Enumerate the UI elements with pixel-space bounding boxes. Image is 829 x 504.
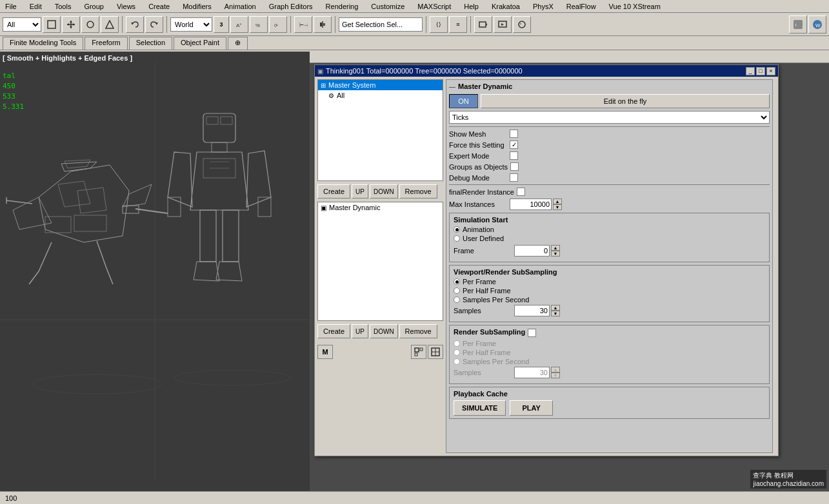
curve-editor-btn[interactable]: ⟨⟩ <box>430 16 448 33</box>
menu-edit[interactable]: Edit <box>27 3 45 10</box>
menu-modifiers[interactable]: Modifiers <box>180 3 214 10</box>
samples-up[interactable]: ▲ <box>551 305 560 311</box>
menu-help[interactable]: Help <box>461 3 481 10</box>
frame-down[interactable]: ▼ <box>551 251 560 257</box>
align-btn[interactable] <box>314 16 332 33</box>
menu-tools[interactable]: Tools <box>52 3 74 10</box>
remove-btn-1[interactable]: Remove <box>399 184 437 199</box>
extras-btn-1[interactable]: i <box>789 15 807 34</box>
move-btn[interactable] <box>62 16 80 33</box>
extras-btn-2[interactable]: W <box>808 15 826 34</box>
edit-on-fly-button[interactable]: Edit on the fly <box>481 94 770 108</box>
frame-input[interactable] <box>514 245 550 257</box>
menu-animation[interactable]: Animation <box>222 3 259 10</box>
tab-freeform[interactable]: Freeform <box>85 37 128 50</box>
per-frame-radio[interactable] <box>454 278 460 285</box>
render-sub-enable-checkbox[interactable] <box>528 329 536 337</box>
debug-mode-checkbox[interactable] <box>510 173 518 182</box>
samples-2-down: ▼ <box>551 373 560 378</box>
max-instances-down[interactable]: ▼ <box>553 204 562 210</box>
svg-text:A°: A° <box>236 23 242 28</box>
dialog-close-btn[interactable]: × <box>766 67 775 75</box>
menu-file[interactable]: File <box>3 3 19 10</box>
tab-add[interactable]: ⊕ <box>228 37 248 50</box>
select-btn[interactable] <box>43 16 61 33</box>
render-btn[interactable] <box>494 16 512 33</box>
redo-btn[interactable] <box>145 16 163 33</box>
show-mesh-checkbox[interactable] <box>510 130 518 138</box>
svg-marker-53 <box>246 151 271 207</box>
tab-finite-modeling[interactable]: Finite Modeling Tools <box>3 37 83 50</box>
render-setup-btn[interactable] <box>474 16 492 33</box>
menu-vue[interactable]: Vue 10 XStream <box>606 3 663 10</box>
max-instances-input[interactable] <box>510 199 552 210</box>
percent-snap-btn[interactable]: % <box>250 16 268 33</box>
down-btn-2[interactable]: DOWN <box>370 324 398 338</box>
menu-maxscript[interactable]: MAXScript <box>415 3 454 10</box>
svg-rect-0 <box>48 21 55 28</box>
m-button[interactable]: M <box>317 345 333 359</box>
frame-spinner: ▲ ▼ <box>514 245 560 257</box>
master-system-tree: ⊞ Master System ⚙ All <box>317 79 443 181</box>
per-half-frame-radio[interactable] <box>454 287 460 294</box>
samples-input[interactable] <box>514 305 550 316</box>
frame-up[interactable]: ▲ <box>551 245 560 251</box>
tree-master-system[interactable]: ⊞ Master System <box>318 80 443 90</box>
mat-editor-btn[interactable] <box>513 16 531 33</box>
animation-radio[interactable] <box>454 226 460 233</box>
max-instances-up[interactable]: ▲ <box>553 199 562 204</box>
menu-group[interactable]: Group <box>81 3 106 10</box>
simulate-button[interactable]: SIMULATE <box>454 400 506 416</box>
selection-filter-dropdown[interactable]: All <box>3 17 41 32</box>
mirror-btn[interactable]: ⊢⊣ <box>294 16 312 33</box>
down-btn-1[interactable]: DOWN <box>370 184 398 199</box>
angle-snap-btn[interactable]: A° <box>230 16 248 33</box>
menu-graph-editors[interactable]: Graph Editors <box>266 3 315 10</box>
tree-master-dynamic[interactable]: ▣ Master Dynamic <box>318 202 443 213</box>
spinner-snap-btn[interactable]: ⟳ <box>269 16 287 33</box>
tab-object-paint[interactable]: Object Paint <box>174 37 226 50</box>
svg-line-59 <box>135 209 168 213</box>
menu-customize[interactable]: Customize <box>368 3 407 10</box>
dope-sheet-btn[interactable]: ≡ <box>449 16 467 33</box>
snap-3d-btn[interactable]: 3 <box>214 16 229 33</box>
undo-btn[interactable] <box>126 16 144 33</box>
dialog-maximize-btn[interactable]: □ <box>756 67 765 75</box>
icon-btn-1[interactable] <box>411 345 426 359</box>
play-button[interactable]: PLAY <box>510 400 552 416</box>
master-dynamic-icon: ▣ <box>321 204 326 211</box>
coord-z: 5.331 <box>3 102 24 112</box>
selection-input[interactable]: Get Selection Sel... <box>339 17 423 32</box>
scale-btn[interactable] <box>101 16 119 33</box>
per-half-frame-2-label: Per Half Frame <box>463 349 511 356</box>
samples-per-sec-radio[interactable] <box>454 296 460 303</box>
ticks-dropdown[interactable]: Ticks <box>449 111 770 124</box>
expert-mode-checkbox[interactable] <box>510 151 518 160</box>
menu-create[interactable]: Create <box>146 3 172 10</box>
svg-rect-63 <box>415 348 419 352</box>
menu-krakatoa[interactable]: Krakatoa <box>489 3 523 10</box>
force-setting-checkbox[interactable] <box>510 141 518 149</box>
create-btn-1[interactable]: Create <box>317 184 350 199</box>
dialog-minimize-btn[interactable]: _ <box>746 67 755 75</box>
create-btn-2[interactable]: Create <box>317 324 350 338</box>
menu-physx[interactable]: PhysX <box>530 3 556 10</box>
menu-rendering[interactable]: Rendering <box>323 3 361 10</box>
up-btn-2[interactable]: UP <box>352 324 368 338</box>
tab-selection[interactable]: Selection <box>129 37 172 50</box>
rotate-btn[interactable] <box>81 16 99 33</box>
menu-realflow[interactable]: RealFlow <box>564 3 599 10</box>
final-render-checkbox[interactable] <box>517 188 525 196</box>
remove-btn-2[interactable]: Remove <box>399 324 437 338</box>
reference-coord-dropdown[interactable]: World <box>170 17 212 32</box>
menu-views[interactable]: Views <box>114 3 138 10</box>
up-btn-1[interactable]: UP <box>352 184 368 199</box>
icon-btn-2[interactable] <box>428 345 443 359</box>
on-button[interactable]: ON <box>449 94 478 108</box>
user-defined-radio[interactable] <box>454 235 460 242</box>
samples-2-up: ▲ <box>551 367 560 373</box>
dialog-left-panel: ⊞ Master System ⚙ All Create UP DOWN Rem… <box>317 79 443 453</box>
samples-down[interactable]: ▼ <box>551 311 560 316</box>
tree-all-item[interactable]: ⚙ All <box>318 90 443 101</box>
groups-objects-checkbox[interactable] <box>510 162 519 171</box>
